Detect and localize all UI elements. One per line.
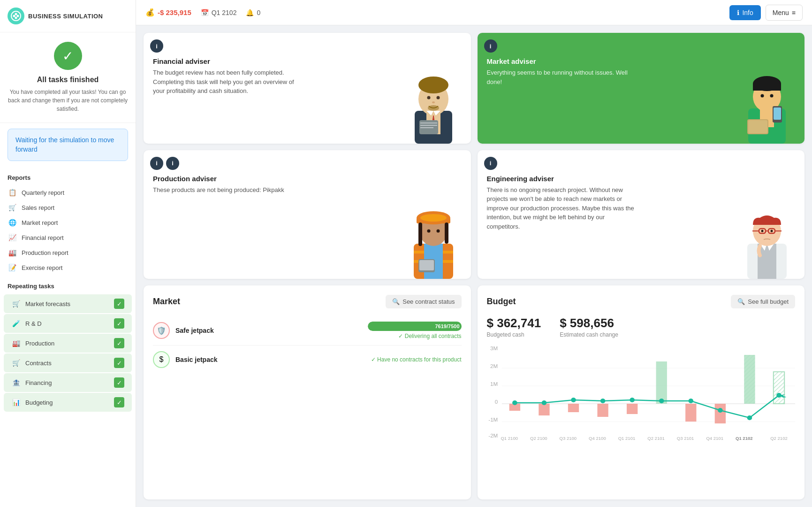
reports-list-item[interactable]: 🌐Market report [0,215,136,230]
svg-text:Q2 2102: Q2 2102 [770,436,788,441]
production-avatar-img [401,190,466,279]
report-icon: 🛒 [8,204,17,211]
task-list-item[interactable]: 🏭Production✓ [4,334,132,353]
estimated-change-amount: $ 598,656 [560,316,618,330]
budgeted-cash-amount: $ 362,741 [487,316,541,330]
task-list-item[interactable]: 📊Budgeting✓ [4,393,132,412]
see-contract-label: See contract status [402,298,455,305]
svg-rect-28 [774,108,781,120]
check-circle-icon: ✓ [54,42,82,70]
calendar-icon: 📅 [201,9,209,16]
task-check-icon: ✓ [114,338,124,348]
basic-jetpack-icon: $ [153,351,170,368]
info-button[interactable]: ℹ Info [729,5,760,20]
report-label: Quarterly report [22,189,64,196]
reports-list-item[interactable]: 📋Quarterly report [0,185,136,200]
svg-rect-71 [626,404,637,414]
notification-badge: 🔔 0 [246,9,260,16]
svg-point-10 [427,96,430,99]
task-list-item[interactable]: 🛒Market forecasts✓ [4,294,132,313]
product-row-basic-jetpack: $ Basic jetpack ✓ Have no contracts for … [153,346,462,374]
task-left: 🛒Contracts [11,359,52,367]
financial-info-icon: i [150,39,163,53]
engineering-info-icon: i [484,157,497,170]
market-info-icon: i [484,39,497,53]
task-icon: 🧪 [11,320,21,327]
task-label: Production [25,340,54,347]
task-list-item[interactable]: 🛒Contracts✓ [4,353,132,372]
task-icon: 🛒 [11,359,21,367]
reports-list-item[interactable]: 📈Financial report [0,230,136,245]
svg-point-83 [600,399,605,403]
production-adviser-avatar [396,150,471,279]
task-list-item[interactable]: 🏦Financing✓ [4,373,132,392]
market-header: Market 🔍 See contract status [153,295,462,308]
reports-list-item[interactable]: 🏭Production report [0,245,136,260]
svg-point-82 [571,398,576,402]
svg-text:Q1 2100: Q1 2100 [501,436,518,441]
budget-chart-svg: 3M 2M 1M 0 -1M -2M [487,344,796,442]
safe-jetpack-progress-bar: 7619/7500 [368,322,462,331]
svg-point-38 [420,214,447,222]
svg-point-26 [770,94,774,97]
svg-rect-72 [656,361,667,404]
see-full-budget-label: See full budget [748,298,789,305]
svg-text:3M: 3M [490,346,498,351]
reports-list: 📋Quarterly report🛒Sales report🌐Market re… [0,185,136,275]
report-label: Sales report [22,204,54,211]
svg-rect-19 [420,127,433,128]
task-left: 🏦Financing [11,379,52,386]
svg-text:Q4 2100: Q4 2100 [589,436,606,441]
svg-point-13 [428,105,439,111]
budgeted-cash-label: Budgeted cash [487,331,541,338]
main-area: 💰 -$ 235,915 📅 Q1 2102 🔔 0 ℹ Info Menu ≡ [136,0,812,507]
safe-jetpack-progress-fill: 7619/7500 [368,322,462,331]
no-contracts-text: ✓ Have no contracts for this product [371,356,462,363]
budgeted-cash-block: $ 362,741 Budgeted cash [487,316,541,338]
sidebar-header: BUSINESS SIMULATION [0,8,136,32]
estimated-change-block: $ 598,656 Estimated cash change [560,316,618,338]
svg-point-84 [630,398,635,402]
reports-list-item[interactable]: 🛒Sales report [0,200,136,215]
sidebar: BUSINESS SIMULATION ✓ All tasks finished… [0,0,136,507]
report-icon: 🌐 [8,219,17,226]
topbar-left: 💰 -$ 235,915 📅 Q1 2102 🔔 0 [145,8,260,17]
production-info-icon2: i [166,157,179,170]
svg-rect-24 [753,84,781,91]
topbar: 💰 -$ 235,915 📅 Q1 2102 🔔 0 ℹ Info Menu ≡ [136,0,812,25]
svg-point-41 [427,230,430,233]
svg-text:-2M: -2M [488,433,498,438]
estimated-change-label: Estimated cash change [560,331,618,338]
svg-point-42 [436,230,440,233]
svg-point-12 [432,101,435,103]
production-info-icon1: i [150,157,163,170]
engineering-avatar-img [734,190,800,279]
budget-chart: 3M 2M 1M 0 -1M -2M [487,344,796,452]
budget-section-card: Budget 🔍 See full budget $ 362,741 Budge… [478,285,805,499]
search-icon-budget: 🔍 [737,298,745,305]
svg-text:1M: 1M [490,381,498,387]
engineering-adviser-avatar [729,150,804,279]
see-full-budget-button[interactable]: 🔍 See full budget [731,295,795,308]
svg-text:2M: 2M [490,363,498,369]
task-check-icon: ✓ [114,318,124,329]
repeating-tasks-label: Repeating tasks [0,275,136,293]
task-label: Contracts [25,360,52,367]
see-contract-status-button[interactable]: 🔍 See contract status [386,295,461,308]
menu-button[interactable]: Menu ≡ [766,5,803,21]
svg-point-55 [761,230,764,232]
info-icon: ℹ [737,9,739,16]
content-area: i Financial adviser The budget review ha… [136,25,812,507]
svg-text:Q1 2101: Q1 2101 [618,436,635,441]
svg-text:Q1 2102: Q1 2102 [735,436,752,441]
engineering-adviser-card: i Engineering adviser There is no ongoin… [478,150,805,279]
reports-list-item[interactable]: 📝Exercise report [0,260,136,275]
svg-point-1 [13,15,15,17]
svg-rect-40 [445,223,448,244]
svg-text:Q4 2101: Q4 2101 [706,436,723,441]
task-list-item[interactable]: 🧪R & D✓ [4,314,132,333]
budget-icon: 💰 [145,8,155,17]
task-label: R & D [25,320,42,327]
svg-point-0 [11,11,21,21]
product-left-basic: $ Basic jetpack [153,351,218,368]
